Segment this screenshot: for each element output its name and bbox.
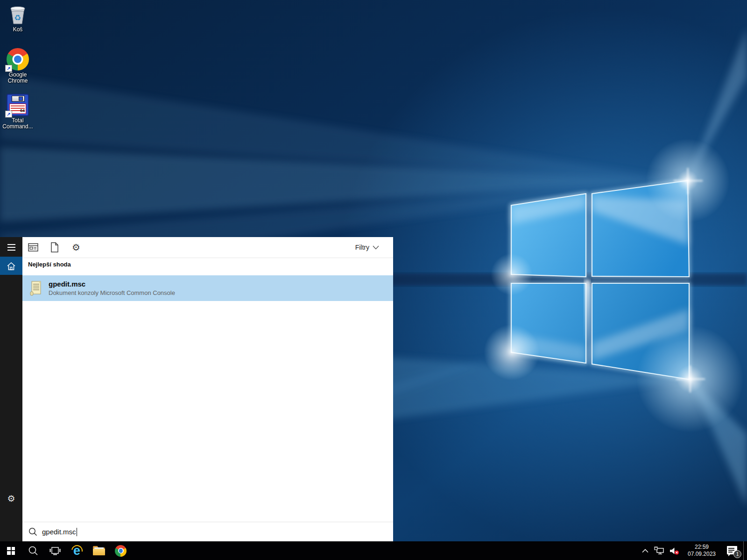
tray-time: 22:59 bbox=[695, 544, 709, 551]
system-tray: 22:59 07.09.2023 1 bbox=[639, 541, 747, 560]
network-tray-button[interactable] bbox=[652, 541, 667, 560]
notification-badge: 1 bbox=[733, 550, 741, 558]
action-center-button[interactable]: 1 bbox=[722, 541, 743, 560]
tc-disk-label: 64 bbox=[20, 108, 25, 113]
search-icon bbox=[28, 527, 37, 536]
internet-explorer-icon: e bbox=[70, 544, 84, 557]
taskbar-clock[interactable]: 22:59 07.09.2023 bbox=[682, 541, 722, 560]
task-view-button[interactable] bbox=[44, 541, 66, 560]
chrome-icon bbox=[115, 545, 127, 557]
network-icon bbox=[654, 546, 664, 555]
task-view-icon bbox=[49, 546, 61, 555]
tray-date: 07.09.2023 bbox=[688, 551, 716, 558]
hamburger-menu-button[interactable] bbox=[0, 237, 22, 258]
shortcut-arrow-icon: ↗ bbox=[5, 111, 12, 118]
result-subtitle: Dokument konzoly Microsoft Common Consol… bbox=[49, 289, 175, 296]
chrome-taskbar-button[interactable] bbox=[110, 541, 132, 560]
hidden-icons-button[interactable] bbox=[639, 541, 652, 560]
shortcut-arrow-icon: ↗ bbox=[5, 65, 12, 72]
filter-settings-button[interactable]: ⚙ bbox=[65, 237, 87, 258]
filters-label: Filtry bbox=[355, 244, 369, 251]
home-icon bbox=[6, 261, 16, 271]
volume-muted-icon bbox=[669, 547, 679, 555]
search-results-area: ⚙ Filtry Nejlepší shoda bbox=[22, 237, 393, 522]
filter-apps-button[interactable] bbox=[22, 237, 44, 258]
desktop-icon-label: GoogleChrome bbox=[8, 72, 28, 84]
search-topbar: ⚙ Filtry bbox=[22, 237, 393, 258]
search-icon bbox=[28, 546, 38, 556]
filter-documents-button[interactable] bbox=[44, 237, 65, 258]
sidebar-settings-button[interactable]: ⚙ bbox=[0, 489, 22, 508]
start-icon bbox=[7, 547, 15, 555]
file-explorer-button[interactable] bbox=[88, 541, 110, 560]
text-caret bbox=[77, 528, 77, 536]
desktop: ♻ Koš ↗ GoogleChrome 64 ↗ TotalCommand..… bbox=[0, 0, 747, 560]
search-input[interactable]: gpedit.msc bbox=[22, 522, 393, 541]
gear-icon: ⚙ bbox=[72, 242, 80, 253]
divider bbox=[22, 258, 393, 258]
search-sidebar: ⚙ bbox=[0, 237, 22, 541]
chevron-up-icon bbox=[642, 549, 648, 553]
apps-icon bbox=[28, 243, 38, 252]
mmc-document-icon bbox=[29, 280, 43, 296]
search-result-gpedit[interactable]: gpedit.msc Dokument konzoly Microsoft Co… bbox=[22, 275, 393, 301]
filters-button[interactable]: Filtry bbox=[355, 244, 393, 251]
show-desktop-button[interactable] bbox=[743, 541, 747, 560]
desktop-icon-google-chrome[interactable]: ↗ GoogleChrome bbox=[1, 48, 35, 84]
recycle-bin-icon: ♻ bbox=[7, 3, 29, 25]
action-center-icon: 1 bbox=[727, 546, 738, 555]
document-icon bbox=[50, 242, 59, 252]
volume-tray-button[interactable] bbox=[667, 541, 682, 560]
start-button[interactable] bbox=[0, 541, 22, 560]
internet-explorer-button[interactable]: e bbox=[66, 541, 88, 560]
search-flyout: ⚙ bbox=[0, 237, 393, 541]
best-match-header: Nejlepší shoda bbox=[28, 261, 71, 268]
file-explorer-icon bbox=[93, 546, 105, 555]
gear-icon: ⚙ bbox=[7, 493, 15, 504]
search-input-value: gpedit.msc bbox=[42, 528, 76, 536]
taskbar-search-button[interactable] bbox=[22, 541, 44, 560]
svg-text:♻: ♻ bbox=[14, 13, 21, 22]
desktop-icon-recycle-bin[interactable]: ♻ Koš bbox=[1, 3, 35, 33]
desktop-icon-label: TotalCommand... bbox=[2, 118, 33, 130]
desktop-icon-label: Koš bbox=[13, 27, 23, 33]
chevron-down-icon bbox=[373, 245, 379, 250]
desktop-icon-total-commander[interactable]: 64 ↗ TotalCommand... bbox=[1, 94, 35, 130]
result-title: gpedit.msc bbox=[49, 280, 175, 288]
taskbar: e bbox=[0, 541, 747, 560]
sidebar-item-home[interactable] bbox=[0, 257, 22, 275]
